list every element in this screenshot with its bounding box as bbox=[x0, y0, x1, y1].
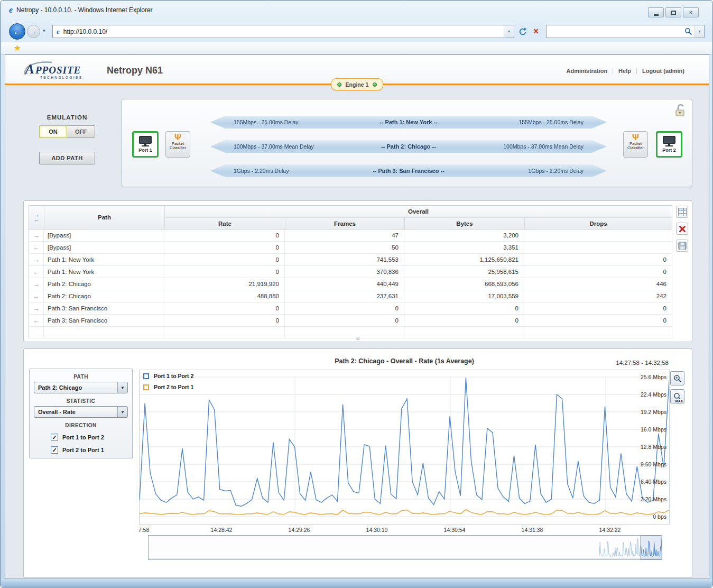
rate-value: 0 bbox=[164, 254, 285, 265]
favorites-bar: ★ bbox=[1, 42, 712, 54]
close-button[interactable]: × bbox=[683, 7, 699, 17]
table-row[interactable]: ←Path 2: Chicago488,880237,63117,003,559… bbox=[29, 290, 672, 302]
table-row[interactable]: ←Path 1: New York0370,83625,958,6150 bbox=[29, 266, 672, 278]
table-row[interactable]: →[Bypass]0473,200 bbox=[29, 229, 672, 242]
table-row[interactable]: ←Path 3: San Francisco0000 bbox=[29, 315, 672, 327]
panel-resize-handle[interactable]: ≡ bbox=[356, 335, 360, 341]
bytes-value: 0 bbox=[404, 315, 524, 326]
drops-value: 242 bbox=[524, 290, 672, 302]
search-input[interactable] bbox=[547, 25, 682, 38]
x-axis-label: 14:30:10 bbox=[366, 527, 388, 533]
administration-link[interactable]: Administration bbox=[561, 68, 613, 74]
legend-label: Port 1 to Port 2 bbox=[154, 373, 193, 379]
statistic-select[interactable]: Overall - Rate ▼ bbox=[34, 406, 128, 418]
frames-value: 0 bbox=[285, 302, 404, 314]
port1-label: Port 1 bbox=[138, 148, 152, 153]
path-name: Path 3: San Francisco bbox=[44, 315, 164, 326]
emulation-on-button[interactable]: ON bbox=[39, 125, 67, 138]
table-row[interactable]: →Path 3: San Francisco0000 bbox=[29, 302, 672, 315]
help-link[interactable]: Help bbox=[613, 68, 636, 74]
path3-arrow[interactable]: 1Gbps - 2.20ms Delay -- Path 3: San Fran… bbox=[210, 163, 607, 178]
add-path-button[interactable]: ADD PATH bbox=[39, 152, 95, 164]
statistic-select-caret[interactable]: ▼ bbox=[117, 407, 127, 417]
filler-cell bbox=[44, 327, 164, 338]
bytes-value: 3,351 bbox=[404, 242, 524, 253]
favorites-star-icon[interactable]: ★ bbox=[14, 43, 21, 53]
search-box[interactable]: ▾ bbox=[546, 25, 705, 38]
unlock-icon[interactable] bbox=[674, 103, 687, 120]
port1-to-port2-checkbox[interactable]: ✓ bbox=[51, 434, 58, 441]
stop-button[interactable]: × bbox=[530, 25, 542, 38]
minimize-button[interactable] bbox=[648, 7, 664, 17]
url-text[interactable]: http://10.0.0.10/ bbox=[63, 28, 504, 35]
y-axis-label: 6.40 Mbps bbox=[641, 479, 666, 485]
frames-value: 440,449 bbox=[285, 278, 404, 290]
drops-value: 0 bbox=[524, 315, 672, 326]
rate-chart[interactable]: Port 1 to Port 2 Port 2 to Port 1 25.6 M… bbox=[139, 370, 670, 525]
grid-icon bbox=[678, 208, 687, 216]
path-select-caret[interactable]: ▼ bbox=[117, 382, 127, 393]
logout-link[interactable]: Logout (admin) bbox=[636, 68, 690, 74]
engine-tab[interactable]: Engine 1 bbox=[331, 78, 384, 90]
back-button[interactable]: ← bbox=[9, 23, 25, 40]
save-stats-button[interactable] bbox=[676, 240, 688, 252]
zoom-in-button[interactable] bbox=[670, 371, 684, 385]
direction-right-icon: → bbox=[29, 254, 44, 265]
window-bottom-frame bbox=[1, 579, 712, 587]
column-header-frames: Frames bbox=[285, 217, 404, 229]
port2-box[interactable]: Port 2 bbox=[656, 131, 682, 158]
search-dropdown-button[interactable]: ▾ bbox=[695, 25, 704, 38]
port1-box[interactable]: Port 1 bbox=[132, 131, 159, 158]
address-dropdown-button[interactable]: ▾ bbox=[504, 25, 514, 38]
direction-option-1: ✓ Port 1 to Port 2 bbox=[51, 434, 132, 441]
clear-stats-button[interactable] bbox=[676, 223, 688, 235]
packet-classifier-left[interactable]: Ψ Packet Classifier bbox=[165, 131, 190, 158]
x-axis-label: 14:29:26 bbox=[289, 527, 310, 533]
scrubber-selection-window[interactable] bbox=[641, 536, 661, 559]
statistics-panel: → ← Path Overall Rate Frames Bytes Drops… bbox=[23, 200, 692, 342]
engine-status-dot-right bbox=[373, 82, 377, 87]
table-row[interactable]: →Path 1: New York0741,5531,125,650,8210 bbox=[29, 254, 672, 266]
path1-arrow[interactable]: 155Mbps - 25.00ms Delay -- Path 1: New Y… bbox=[210, 115, 607, 130]
chart-legend: Port 1 to Port 2 Port 2 to Port 1 bbox=[143, 373, 193, 390]
direction-right-icon: → bbox=[29, 278, 44, 290]
y-axis-label: 12.8 Mbps bbox=[641, 444, 666, 450]
frames-value: 50 bbox=[285, 242, 404, 253]
maximize-icon bbox=[671, 11, 676, 15]
maximize-button[interactable] bbox=[665, 7, 681, 17]
table-row[interactable]: →Path 2: Chicago21,919,920440,449668,593… bbox=[29, 278, 672, 290]
timeline-scrubber[interactable] bbox=[148, 535, 662, 560]
path-diagram-panel: Port 1 Ψ Packet Classifier 155Mbps - 25.… bbox=[122, 99, 692, 187]
logo-letter-a: A bbox=[24, 62, 34, 76]
path-select-value: Path 2: Chicago bbox=[34, 382, 117, 393]
close-icon: × bbox=[689, 10, 692, 16]
search-icon bbox=[682, 27, 695, 35]
table-row[interactable]: ←[Bypass]0503,351 bbox=[29, 242, 672, 254]
path2-arrow[interactable]: 100Mbps - 37.00ms Mean Delay -- Path 2: … bbox=[210, 139, 607, 154]
table-view-button[interactable] bbox=[676, 206, 688, 218]
bytes-value: 17,003,559 bbox=[404, 290, 524, 302]
address-bar[interactable]: e http://10.0.0.10/ ▾ bbox=[52, 25, 514, 38]
swap-direction-button[interactable]: → ← bbox=[29, 206, 44, 229]
direction-right-icon: → bbox=[29, 229, 44, 241]
window-title: Netropy - 10.0.0.10. - Windows Internet … bbox=[16, 6, 152, 14]
path-section-label: PATH bbox=[30, 374, 132, 380]
forward-button[interactable]: → bbox=[27, 25, 40, 38]
engine-tab-label: Engine 1 bbox=[346, 81, 369, 88]
x-axis-label: 14:32:22 bbox=[599, 527, 621, 533]
path-name: Path 1: New York bbox=[44, 254, 164, 265]
direction-left-icon: ← bbox=[29, 315, 44, 326]
arrow-left-icon: ← bbox=[33, 217, 40, 222]
packet-classifier-right[interactable]: Ψ Packet Classifier bbox=[623, 131, 648, 158]
zoom-max-button[interactable]: MAX bbox=[670, 389, 684, 403]
direction-left-icon: ← bbox=[29, 242, 44, 253]
recent-pages-chevron[interactable]: ▾ bbox=[43, 28, 45, 33]
refresh-button[interactable] bbox=[517, 26, 529, 38]
monitor-base bbox=[665, 145, 673, 146]
path3-right-label: 1Gbps - 2.20ms Delay bbox=[475, 168, 607, 174]
emulation-off-button[interactable]: OFF bbox=[67, 125, 95, 138]
path-select[interactable]: Path 2: Chicago ▼ bbox=[34, 382, 128, 393]
emulation-label: EMULATION bbox=[39, 114, 95, 121]
port2-to-port1-checkbox[interactable]: ✓ bbox=[51, 446, 58, 454]
frames-value: 370,836 bbox=[285, 266, 404, 278]
